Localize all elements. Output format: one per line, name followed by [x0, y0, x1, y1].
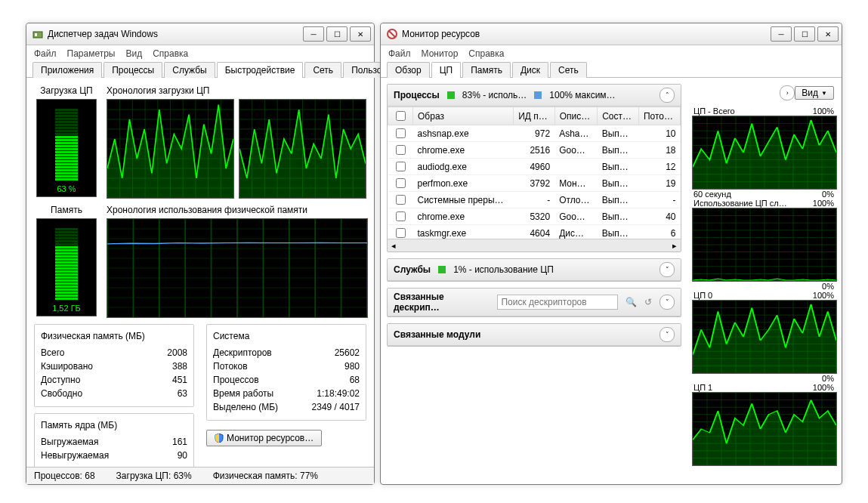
column-header[interactable]: Пото…	[638, 107, 680, 125]
column-header[interactable]: ИД п…	[514, 107, 554, 125]
table-row[interactable]: ashsnap.exe972Asha…Вып…10	[388, 125, 681, 142]
svg-rect-18	[55, 130, 78, 132]
menu-monitor[interactable]: Монитор	[422, 48, 459, 59]
menu-help[interactable]: Справка	[468, 48, 504, 59]
view-dropdown[interactable]: Вид ▼	[795, 86, 834, 100]
task-manager-icon	[32, 29, 43, 39]
svg-rect-72	[55, 292, 78, 294]
close-button[interactable]: ✕	[350, 26, 371, 42]
rm-title: Монитор ресурсов	[402, 29, 771, 39]
svg-rect-73	[55, 289, 78, 291]
svg-rect-1	[35, 33, 37, 36]
close-button[interactable]: ✕	[817, 26, 839, 42]
svg-rect-81	[55, 264, 78, 267]
handles-panel: Связанные дескрип… 🔍 ↺ ˅	[387, 288, 681, 317]
svg-rect-16	[55, 136, 78, 138]
menu-file[interactable]: Файл	[34, 48, 57, 59]
svg-rect-90	[55, 237, 78, 239]
svg-rect-15	[55, 139, 78, 141]
svg-rect-80	[55, 267, 78, 270]
legend-blue-icon	[534, 91, 542, 99]
svg-rect-8	[55, 160, 78, 162]
resource-monitor-icon	[387, 29, 397, 39]
cpu-history-chart-1	[107, 99, 234, 199]
svg-rect-76	[55, 279, 78, 282]
column-header[interactable]: Опис…	[554, 107, 598, 125]
svg-rect-79	[55, 270, 78, 273]
tab-performance[interactable]: Быстродействие	[217, 62, 304, 78]
status-cpu: Загрузка ЦП: 63%	[116, 471, 192, 481]
tab-overview[interactable]: Обзор	[387, 62, 430, 78]
table-row[interactable]: audiodg.exe4960Вып…12	[388, 159, 681, 175]
menu-file[interactable]: Файл	[388, 48, 411, 59]
tm-statusbar: Процессов: 68 Загрузка ЦП: 63% Физическа…	[26, 467, 374, 484]
expand-button[interactable]: ˅	[659, 327, 675, 342]
table-row[interactable]: Системные преры…-Отло…Вып…-	[388, 192, 681, 208]
handles-search-input[interactable]	[497, 295, 618, 310]
minimize-button[interactable]: ─	[771, 26, 792, 42]
collapse-button[interactable]: ˄	[659, 88, 675, 103]
svg-rect-10	[55, 154, 78, 156]
maximize-button[interactable]: ☐	[326, 26, 348, 42]
svg-rect-2	[55, 178, 78, 181]
tab-cpu[interactable]: ЦП	[431, 62, 462, 78]
mem-history-label: Хронология использования физической памя…	[107, 205, 366, 215]
collapse-charts-button[interactable]: ›	[780, 85, 795, 100]
rm-menubar: Файл Монитор Справка	[381, 45, 842, 62]
tab-disk[interactable]: Диск	[512, 62, 548, 78]
tab-memory[interactable]: Память	[462, 62, 511, 78]
status-processes: Процессов: 68	[34, 471, 95, 481]
svg-rect-12	[55, 148, 78, 150]
cpu-gauge-label: Загрузка ЦП	[40, 85, 92, 96]
process-table: ОбразИД п…Опис…Сост…Пото… ashsnap.exe972…	[388, 106, 681, 239]
table-row[interactable]: chrome.exe5320Goo…Вып…40	[388, 208, 681, 225]
table-row[interactable]: perfmon.exe3792Мон…Вып…19	[388, 175, 681, 192]
cpu-history-label: Хронология загрузки ЦП	[107, 85, 366, 96]
tm-title: Диспетчер задач Windows	[48, 29, 303, 39]
clear-icon[interactable]: ↺	[644, 297, 652, 307]
minimize-button[interactable]: ─	[303, 26, 324, 42]
svg-rect-83	[55, 258, 78, 261]
table-row[interactable]: taskmgr.exe4604Дис…Вып…6	[388, 225, 681, 239]
tm-titlebar[interactable]: Диспетчер задач Windows ─ ☐ ✕	[26, 23, 374, 45]
services-panel: Службы 1% - использование ЦП ˅	[387, 258, 681, 282]
cpu-gauge: 63 %	[36, 99, 97, 197]
column-header[interactable]: Образ	[413, 107, 514, 125]
expand-button[interactable]: ˅	[659, 295, 675, 310]
cpu-gauge-value: 63 %	[57, 184, 76, 193]
table-row[interactable]: chrome.exe2516Goo…Вып…18	[388, 142, 681, 159]
tab-applications[interactable]: Приложения	[32, 62, 102, 78]
svg-rect-11	[55, 151, 78, 153]
mem-history-chart	[107, 218, 368, 318]
mem-gauge-value: 1,52 ГБ	[52, 304, 81, 313]
tab-services[interactable]: Службы	[164, 62, 215, 78]
search-icon[interactable]: 🔍	[626, 297, 637, 307]
horizontal-scrollbar[interactable]: ◂▸	[388, 239, 681, 252]
kernel-mem-group: Память ядра (МБ) Выгружаемая161Невыгружа…	[34, 413, 194, 469]
mini-chart	[692, 392, 837, 466]
mini-chart	[692, 300, 837, 374]
mem-gauge: 1,52 ГБ	[36, 218, 97, 316]
svg-rect-70	[55, 298, 78, 300]
tab-network[interactable]: Сеть	[550, 62, 587, 78]
tab-processes[interactable]: Процессы	[103, 62, 162, 78]
resource-monitor-button[interactable]: Монитор ресурсов…	[206, 430, 322, 446]
menu-help[interactable]: Справка	[153, 48, 188, 59]
maximize-button[interactable]: ☐	[794, 26, 815, 42]
shield-icon	[215, 434, 224, 443]
column-header[interactable]: Сост…	[598, 107, 639, 125]
svg-rect-74	[55, 285, 78, 288]
svg-rect-21	[55, 121, 78, 123]
svg-rect-87	[55, 246, 78, 248]
svg-rect-25	[55, 109, 78, 111]
svg-rect-86	[55, 249, 78, 252]
select-all-checkbox[interactable]	[396, 111, 406, 121]
tab-network[interactable]: Сеть	[304, 62, 341, 78]
system-group: Система Дескрипторов25602Потоков980Проце…	[206, 324, 366, 421]
svg-rect-13	[55, 145, 78, 147]
rm-titlebar[interactable]: Монитор ресурсов ─ ☐ ✕	[381, 23, 842, 45]
expand-button[interactable]: ˅	[659, 262, 675, 277]
menu-view[interactable]: Вид	[125, 48, 142, 59]
svg-rect-88	[55, 243, 78, 245]
menu-options[interactable]: Параметры	[67, 48, 116, 59]
